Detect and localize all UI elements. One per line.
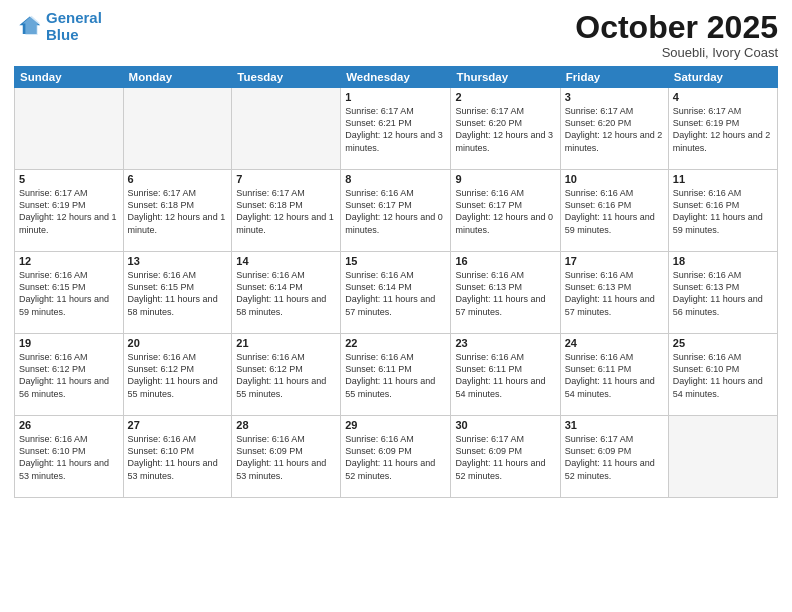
calendar-cell: [123, 88, 232, 170]
day-number: 18: [673, 255, 773, 267]
calendar-cell: 15Sunrise: 6:16 AM Sunset: 6:14 PM Dayli…: [341, 252, 451, 334]
day-info: Sunrise: 6:16 AM Sunset: 6:10 PM Dayligh…: [128, 433, 228, 482]
day-header-monday: Monday: [123, 67, 232, 88]
day-info: Sunrise: 6:17 AM Sunset: 6:18 PM Dayligh…: [128, 187, 228, 236]
calendar-week-row: 19Sunrise: 6:16 AM Sunset: 6:12 PM Dayli…: [15, 334, 778, 416]
day-header-tuesday: Tuesday: [232, 67, 341, 88]
month-title: October 2025: [575, 10, 778, 45]
calendar: SundayMondayTuesdayWednesdayThursdayFrid…: [14, 66, 778, 498]
calendar-cell: 19Sunrise: 6:16 AM Sunset: 6:12 PM Dayli…: [15, 334, 124, 416]
logo-line2: Blue: [46, 26, 79, 43]
day-info: Sunrise: 6:16 AM Sunset: 6:17 PM Dayligh…: [455, 187, 555, 236]
calendar-cell: [668, 416, 777, 498]
day-number: 15: [345, 255, 446, 267]
day-number: 27: [128, 419, 228, 431]
calendar-cell: 25Sunrise: 6:16 AM Sunset: 6:10 PM Dayli…: [668, 334, 777, 416]
day-header-saturday: Saturday: [668, 67, 777, 88]
logo: General Blue: [14, 10, 102, 43]
day-number: 19: [19, 337, 119, 349]
day-number: 9: [455, 173, 555, 185]
calendar-cell: 20Sunrise: 6:16 AM Sunset: 6:12 PM Dayli…: [123, 334, 232, 416]
day-number: 20: [128, 337, 228, 349]
day-info: Sunrise: 6:17 AM Sunset: 6:20 PM Dayligh…: [565, 105, 664, 154]
day-info: Sunrise: 6:16 AM Sunset: 6:11 PM Dayligh…: [345, 351, 446, 400]
calendar-cell: 5Sunrise: 6:17 AM Sunset: 6:19 PM Daylig…: [15, 170, 124, 252]
day-info: Sunrise: 6:16 AM Sunset: 6:14 PM Dayligh…: [236, 269, 336, 318]
calendar-cell: 14Sunrise: 6:16 AM Sunset: 6:14 PM Dayli…: [232, 252, 341, 334]
calendar-cell: 21Sunrise: 6:16 AM Sunset: 6:12 PM Dayli…: [232, 334, 341, 416]
calendar-cell: 10Sunrise: 6:16 AM Sunset: 6:16 PM Dayli…: [560, 170, 668, 252]
calendar-cell: 8Sunrise: 6:16 AM Sunset: 6:17 PM Daylig…: [341, 170, 451, 252]
page: General Blue October 2025 Souebli, Ivory…: [0, 0, 792, 612]
logo-line1: General: [46, 9, 102, 26]
day-number: 21: [236, 337, 336, 349]
day-number: 22: [345, 337, 446, 349]
day-number: 12: [19, 255, 119, 267]
day-info: Sunrise: 6:17 AM Sunset: 6:19 PM Dayligh…: [19, 187, 119, 236]
day-number: 23: [455, 337, 555, 349]
day-info: Sunrise: 6:16 AM Sunset: 6:10 PM Dayligh…: [673, 351, 773, 400]
location-subtitle: Souebli, Ivory Coast: [575, 45, 778, 60]
day-number: 8: [345, 173, 446, 185]
day-info: Sunrise: 6:17 AM Sunset: 6:21 PM Dayligh…: [345, 105, 446, 154]
day-info: Sunrise: 6:16 AM Sunset: 6:17 PM Dayligh…: [345, 187, 446, 236]
day-number: 5: [19, 173, 119, 185]
calendar-cell: 4Sunrise: 6:17 AM Sunset: 6:19 PM Daylig…: [668, 88, 777, 170]
calendar-cell: 11Sunrise: 6:16 AM Sunset: 6:16 PM Dayli…: [668, 170, 777, 252]
day-header-thursday: Thursday: [451, 67, 560, 88]
day-info: Sunrise: 6:17 AM Sunset: 6:18 PM Dayligh…: [236, 187, 336, 236]
day-number: 4: [673, 91, 773, 103]
calendar-cell: 9Sunrise: 6:16 AM Sunset: 6:17 PM Daylig…: [451, 170, 560, 252]
day-info: Sunrise: 6:16 AM Sunset: 6:12 PM Dayligh…: [19, 351, 119, 400]
calendar-cell: 1Sunrise: 6:17 AM Sunset: 6:21 PM Daylig…: [341, 88, 451, 170]
day-number: 7: [236, 173, 336, 185]
day-number: 10: [565, 173, 664, 185]
day-number: 31: [565, 419, 664, 431]
day-info: Sunrise: 6:16 AM Sunset: 6:13 PM Dayligh…: [565, 269, 664, 318]
logo-icon: [14, 13, 42, 41]
day-info: Sunrise: 6:17 AM Sunset: 6:09 PM Dayligh…: [565, 433, 664, 482]
calendar-week-row: 26Sunrise: 6:16 AM Sunset: 6:10 PM Dayli…: [15, 416, 778, 498]
calendar-cell: 16Sunrise: 6:16 AM Sunset: 6:13 PM Dayli…: [451, 252, 560, 334]
calendar-cell: 27Sunrise: 6:16 AM Sunset: 6:10 PM Dayli…: [123, 416, 232, 498]
calendar-cell: 22Sunrise: 6:16 AM Sunset: 6:11 PM Dayli…: [341, 334, 451, 416]
day-info: Sunrise: 6:16 AM Sunset: 6:13 PM Dayligh…: [673, 269, 773, 318]
day-info: Sunrise: 6:16 AM Sunset: 6:10 PM Dayligh…: [19, 433, 119, 482]
calendar-cell: 26Sunrise: 6:16 AM Sunset: 6:10 PM Dayli…: [15, 416, 124, 498]
day-number: 2: [455, 91, 555, 103]
day-header-friday: Friday: [560, 67, 668, 88]
day-info: Sunrise: 6:17 AM Sunset: 6:09 PM Dayligh…: [455, 433, 555, 482]
calendar-cell: 23Sunrise: 6:16 AM Sunset: 6:11 PM Dayli…: [451, 334, 560, 416]
day-info: Sunrise: 6:16 AM Sunset: 6:16 PM Dayligh…: [673, 187, 773, 236]
calendar-cell: [15, 88, 124, 170]
day-number: 25: [673, 337, 773, 349]
day-number: 28: [236, 419, 336, 431]
calendar-week-row: 12Sunrise: 6:16 AM Sunset: 6:15 PM Dayli…: [15, 252, 778, 334]
day-number: 29: [345, 419, 446, 431]
day-info: Sunrise: 6:16 AM Sunset: 6:14 PM Dayligh…: [345, 269, 446, 318]
calendar-cell: 7Sunrise: 6:17 AM Sunset: 6:18 PM Daylig…: [232, 170, 341, 252]
calendar-cell: 24Sunrise: 6:16 AM Sunset: 6:11 PM Dayli…: [560, 334, 668, 416]
day-info: Sunrise: 6:16 AM Sunset: 6:13 PM Dayligh…: [455, 269, 555, 318]
calendar-header-row: SundayMondayTuesdayWednesdayThursdayFrid…: [15, 67, 778, 88]
day-info: Sunrise: 6:16 AM Sunset: 6:09 PM Dayligh…: [236, 433, 336, 482]
day-header-sunday: Sunday: [15, 67, 124, 88]
title-block: October 2025 Souebli, Ivory Coast: [575, 10, 778, 60]
day-info: Sunrise: 6:16 AM Sunset: 6:11 PM Dayligh…: [455, 351, 555, 400]
calendar-cell: 3Sunrise: 6:17 AM Sunset: 6:20 PM Daylig…: [560, 88, 668, 170]
day-header-wednesday: Wednesday: [341, 67, 451, 88]
calendar-cell: 18Sunrise: 6:16 AM Sunset: 6:13 PM Dayli…: [668, 252, 777, 334]
calendar-cell: 31Sunrise: 6:17 AM Sunset: 6:09 PM Dayli…: [560, 416, 668, 498]
calendar-cell: 6Sunrise: 6:17 AM Sunset: 6:18 PM Daylig…: [123, 170, 232, 252]
calendar-cell: 28Sunrise: 6:16 AM Sunset: 6:09 PM Dayli…: [232, 416, 341, 498]
header: General Blue October 2025 Souebli, Ivory…: [14, 10, 778, 60]
day-info: Sunrise: 6:16 AM Sunset: 6:15 PM Dayligh…: [128, 269, 228, 318]
logo-text: General Blue: [46, 10, 102, 43]
calendar-cell: 12Sunrise: 6:16 AM Sunset: 6:15 PM Dayli…: [15, 252, 124, 334]
calendar-week-row: 1Sunrise: 6:17 AM Sunset: 6:21 PM Daylig…: [15, 88, 778, 170]
day-number: 26: [19, 419, 119, 431]
day-info: Sunrise: 6:16 AM Sunset: 6:16 PM Dayligh…: [565, 187, 664, 236]
day-info: Sunrise: 6:16 AM Sunset: 6:12 PM Dayligh…: [236, 351, 336, 400]
calendar-week-row: 5Sunrise: 6:17 AM Sunset: 6:19 PM Daylig…: [15, 170, 778, 252]
day-number: 16: [455, 255, 555, 267]
